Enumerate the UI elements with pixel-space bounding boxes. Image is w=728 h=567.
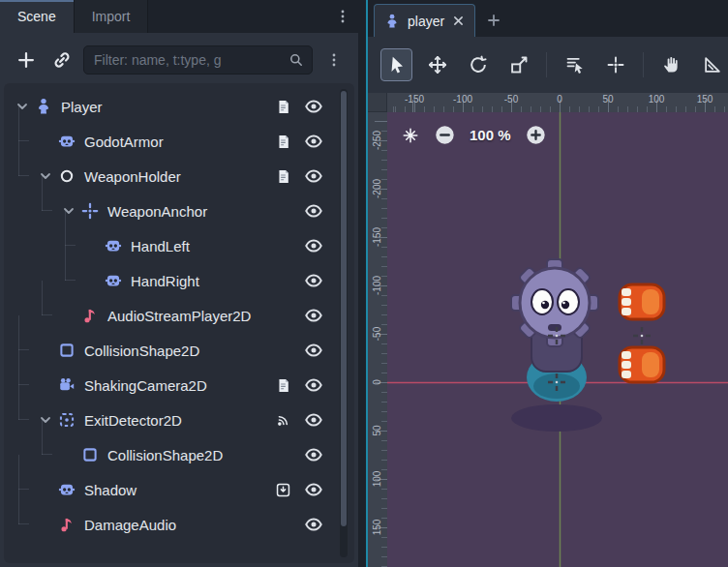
- tree-node-collisionshape2d-2[interactable]: CollisionShape2D: [4, 437, 354, 472]
- visibility-toggle[interactable]: [304, 236, 323, 255]
- v-ruler-label: -150: [369, 229, 384, 245]
- v-ruler-label: -200: [369, 181, 384, 196]
- tab-import-label: Import: [92, 9, 131, 24]
- tree-node-exitdetector2d[interactable]: ExitDetector2D: [4, 403, 354, 437]
- tree-node-damageaudio[interactable]: DamageAudio: [4, 507, 354, 542]
- script-badge[interactable]: [275, 168, 291, 185]
- h-ruler-label: 100: [649, 94, 665, 104]
- origin-crosshair: [633, 327, 651, 344]
- eye-icon: [304, 480, 323, 499]
- scene-tab-player[interactable]: player: [374, 4, 475, 37]
- group-badge-icon: [275, 482, 291, 498]
- kebab-menu-icon: [326, 52, 342, 68]
- camera-2d-icon: [56, 374, 77, 396]
- tree-node-weaponholder[interactable]: WeaponHolder: [4, 159, 354, 194]
- snap-tool-button[interactable]: [599, 48, 631, 81]
- visibility-toggle[interactable]: [304, 341, 323, 360]
- dock-tab-bar: Scene Import: [0, 0, 358, 33]
- zoom-out-button[interactable]: [435, 125, 455, 145]
- marker-2d-icon: [79, 200, 101, 222]
- instance-scene-button[interactable]: [47, 45, 76, 75]
- vertical-ruler[interactable]: -250 -200 -150 -100 -50 0 50 100 150: [368, 112, 387, 567]
- list-select-tool-button[interactable]: [559, 48, 591, 81]
- area-2d-icon: [56, 409, 77, 431]
- node-icon: [56, 165, 77, 187]
- eye-icon: [304, 236, 323, 255]
- tree-node-godotarmor[interactable]: GodotArmor: [4, 124, 354, 159]
- eye-icon: [304, 515, 323, 534]
- tree-node-player[interactable]: Player: [4, 89, 354, 124]
- chevron-down-icon: [16, 101, 28, 112]
- tab-import[interactable]: Import: [75, 0, 149, 33]
- main-viewport-panel: player -150 -100 -50 0: [368, 0, 728, 567]
- h-ruler-label: -150: [405, 94, 424, 104]
- chevron-down-icon: [40, 170, 51, 182]
- tree-node-collisionshape2d[interactable]: CollisionShape2D: [4, 333, 354, 368]
- horizontal-ruler[interactable]: -150 -100 -50 0 50 100 150: [387, 93, 728, 112]
- tree-node-shakingcamera2d[interactable]: ShakingCamera2D: [4, 368, 354, 403]
- visibility-toggle[interactable]: [304, 271, 323, 290]
- ruler-tool-button[interactable]: [696, 48, 728, 81]
- script-icon: [275, 377, 291, 394]
- visibility-toggle[interactable]: [304, 201, 323, 221]
- tree-menu-button[interactable]: [319, 45, 349, 75]
- script-badge[interactable]: [275, 377, 291, 394]
- filter-input[interactable]: [94, 52, 283, 68]
- select-tool-button[interactable]: [380, 48, 412, 81]
- canvas-area[interactable]: 100 %: [387, 112, 728, 567]
- close-tab-button[interactable]: [452, 15, 465, 27]
- node-label: Player: [61, 99, 103, 115]
- tree-node-weaponanchor[interactable]: WeaponAnchor: [4, 194, 354, 228]
- add-node-button[interactable]: [12, 45, 41, 75]
- scene-tab-label: player: [408, 14, 444, 29]
- node-label: CollisionShape2D: [84, 343, 199, 359]
- zoom-in-button[interactable]: [526, 125, 546, 145]
- script-icon: [275, 134, 291, 150]
- visibility-toggle[interactable]: [304, 132, 323, 151]
- center-view-button[interactable]: [400, 125, 420, 145]
- scale-tool-button[interactable]: [502, 48, 534, 81]
- dock-menu-button[interactable]: [327, 0, 358, 33]
- eye-icon: [304, 271, 323, 290]
- script-badge[interactable]: [275, 99, 291, 115]
- v-ruler-label: 150: [369, 520, 384, 535]
- expand-arrow[interactable]: [14, 101, 31, 112]
- visibility-toggle[interactable]: [304, 306, 323, 325]
- visibility-toggle[interactable]: [304, 375, 323, 395]
- visibility-toggle[interactable]: [304, 480, 323, 499]
- sprite-2d-icon: [56, 479, 77, 500]
- expand-arrow[interactable]: [37, 414, 54, 426]
- expand-arrow[interactable]: [60, 205, 77, 217]
- dock-splitter[interactable]: [358, 0, 368, 567]
- script-badge[interactable]: [275, 134, 291, 150]
- tree-node-handright[interactable]: HandRight: [4, 263, 354, 298]
- pan-hand-icon: [662, 55, 682, 75]
- snap-icon: [606, 55, 625, 75]
- move-tool-button[interactable]: [421, 48, 453, 81]
- toolbar-separator: [643, 52, 644, 77]
- expand-arrow[interactable]: [37, 170, 54, 182]
- visibility-toggle[interactable]: [304, 97, 323, 116]
- tree-node-audiostreamplayer2d[interactable]: AudioStreamPlayer2D: [4, 298, 354, 333]
- pan-tool-button[interactable]: [655, 48, 687, 81]
- scale-icon: [509, 55, 529, 75]
- chevron-down-icon: [40, 414, 51, 426]
- tree-node-shadow[interactable]: Shadow: [4, 472, 354, 507]
- group-badge[interactable]: [275, 482, 291, 498]
- node-label: WeaponAnchor: [107, 203, 207, 220]
- tree-node-handleft[interactable]: HandLeft: [4, 228, 354, 263]
- visibility-toggle[interactable]: [304, 166, 323, 186]
- zoom-level[interactable]: 100 %: [470, 127, 511, 143]
- tab-scene[interactable]: Scene: [0, 0, 75, 33]
- h-ruler-label: 0: [557, 94, 562, 104]
- new-scene-tab-button[interactable]: [479, 4, 508, 37]
- visibility-toggle[interactable]: [304, 515, 323, 534]
- toolbar-separator: [546, 52, 547, 77]
- visibility-toggle[interactable]: [304, 410, 323, 430]
- rotate-tool-button[interactable]: [462, 48, 494, 81]
- signal-badge[interactable]: [275, 412, 291, 429]
- chevron-down-icon: [63, 205, 75, 217]
- shadow-sprite: [511, 404, 602, 432]
- minus-icon: [435, 125, 455, 145]
- visibility-toggle[interactable]: [304, 445, 323, 464]
